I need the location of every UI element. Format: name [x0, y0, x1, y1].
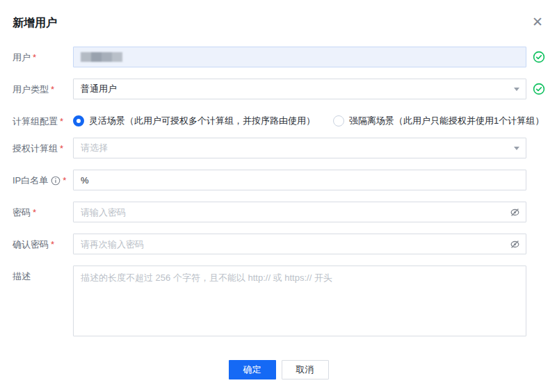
form-row-password: 密码*	[13, 202, 544, 222]
dialog-title: 新增用户	[13, 17, 544, 29]
user-type-label: 用户类型*	[13, 79, 73, 95]
user-label: 用户*	[13, 47, 73, 63]
auth-compute-group-placeholder: 请选择	[81, 142, 108, 154]
required-asterisk: *	[60, 116, 63, 126]
required-asterisk: *	[51, 84, 54, 95]
confirm-button[interactable]: 确定	[229, 360, 276, 379]
password-input[interactable]	[73, 202, 526, 222]
user-input[interactable]	[73, 47, 526, 67]
compute-config-radio-group: 灵活场景（此用户可授权多个计算组，并按序路由使用） 强隔离场景（此用户只能授权并…	[73, 111, 544, 126]
info-circle-icon[interactable]	[51, 176, 60, 186]
ip-whitelist-label: IP白名单 *	[13, 170, 73, 186]
confirm-password-label: 确认密码*	[13, 234, 73, 250]
dialog-footer: 确定 取消	[13, 360, 544, 379]
required-asterisk: *	[33, 207, 36, 218]
form-row-compute-config: 计算组配置* 灵活场景（此用户可授权多个计算组，并按序路由使用） 强隔离场景（此…	[13, 111, 544, 126]
compute-config-label: 计算组配置*	[13, 111, 73, 126]
password-label: 密码*	[13, 202, 73, 218]
check-circle-icon	[533, 83, 545, 95]
auth-compute-group-label: 授权计算组*	[13, 138, 73, 154]
add-user-dialog: 新增用户 ✕ 用户* 用户类型* 普通用户	[0, 0, 557, 392]
description-textarea[interactable]	[73, 266, 526, 336]
redacted-user-value	[81, 52, 122, 62]
form-row-ip-whitelist: IP白名单 *	[13, 170, 544, 190]
required-asterisk: *	[51, 239, 54, 250]
required-asterisk: *	[63, 175, 66, 186]
description-label: 描述	[13, 266, 73, 281]
user-type-select[interactable]: 普通用户	[73, 79, 526, 99]
confirm-password-input[interactable]	[73, 234, 526, 254]
eye-slash-icon[interactable]	[509, 238, 521, 250]
close-icon[interactable]: ✕	[532, 17, 543, 28]
add-user-form: 用户* 用户类型* 普通用户	[13, 47, 544, 379]
check-circle-icon	[533, 51, 545, 63]
radio-option-flexible[interactable]: 灵活场景（此用户可授权多个计算组，并按序路由使用）	[73, 115, 315, 126]
user-type-value: 普通用户	[81, 83, 117, 95]
caret-down-icon	[514, 147, 519, 150]
radio-selected-icon[interactable]	[73, 115, 84, 126]
auth-compute-group-select[interactable]: 请选择	[73, 138, 526, 158]
radio-option-isolated[interactable]: 强隔离场景（此用户只能授权并使用1个计算组）	[333, 115, 544, 126]
cancel-button[interactable]: 取消	[282, 360, 329, 379]
eye-slash-icon[interactable]	[509, 206, 521, 218]
ip-whitelist-input[interactable]	[73, 170, 526, 190]
caret-down-icon	[514, 88, 519, 91]
required-asterisk: *	[33, 52, 36, 63]
form-row-auth-compute-group: 授权计算组* 请选择	[13, 138, 544, 158]
radio-unselected-icon[interactable]	[333, 115, 344, 126]
form-row-user: 用户*	[13, 47, 544, 67]
form-row-confirm-password: 确认密码*	[13, 234, 544, 254]
form-row-user-type: 用户类型* 普通用户	[13, 79, 544, 99]
required-asterisk: *	[60, 143, 63, 154]
form-row-description: 描述	[13, 266, 544, 336]
